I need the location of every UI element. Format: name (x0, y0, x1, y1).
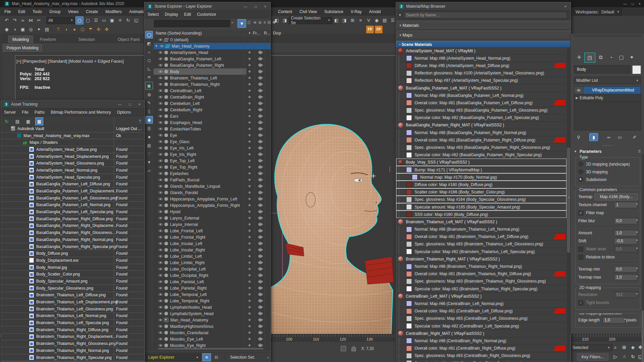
polygon-modeling-panel[interactable]: Polygon Modeling (3, 44, 42, 52)
renderable-teapot-icon[interactable] (258, 102, 262, 105)
renderable-teapot-icon[interactable] (258, 153, 262, 156)
clear-search-icon[interactable]: × (231, 20, 233, 25)
material-tree-row[interactable]: Brainstem_Thalamus_Left_MAT ( VRayFastSS… (396, 218, 567, 226)
asset-row[interactable]: BasalGanglia_Putamen_Left_Displacement.p… (1, 188, 144, 195)
asset-row[interactable]: ArterialSystem_Head_Displacement.png Fou… (1, 153, 144, 160)
scene-object-row[interactable]: Hyoid ✱ (154, 208, 270, 215)
asset-row[interactable]: BasalGanglia_Putamen_Left_Normal.png Fou… (1, 202, 144, 209)
display-filter-icon[interactable]: ▤ (146, 142, 153, 149)
zoom-icon[interactable]: ⌕ (612, 344, 619, 351)
show-end-result-icon[interactable]: ▮ (589, 133, 598, 141)
ribbon-tab-selection[interactable]: Selection (74, 36, 99, 43)
material-tree-row[interactable]: Specular color: Map #82 (Brainstem_Thala… (396, 285, 567, 293)
texmap-min-spinner[interactable]: 0,0 (614, 266, 637, 273)
display-filter-icon[interactable]: ◺ (146, 65, 153, 72)
freeze-icon[interactable]: ✱ (246, 63, 253, 67)
material-tree-row[interactable]: Normal: Map #66 (CentralBrain_Left_Norma… (396, 300, 567, 307)
material-tree-row[interactable]: Diffuse: Map #95 (ArterialSystem_Head_Di… (396, 62, 567, 69)
scene-object-row[interactable]: Lobe_Parietal_Right ✱ (154, 285, 270, 291)
material-tree-row[interactable]: Overall color: Map #81 (BasalGanglia_Put… (396, 136, 567, 144)
toolbar-icon[interactable]: ▢ (84, 17, 92, 24)
scene-toolbar-icon[interactable]: ⊜ (258, 20, 262, 25)
renderable-teapot-icon[interactable] (258, 147, 262, 149)
asset-row[interactable]: Body_Diffuse.png Found (1, 250, 144, 257)
material-tree-row[interactable]: Overall color: Map #81 (Brainstem_Thalam… (396, 233, 567, 241)
workspaces-dropdown[interactable]: Workspaces:Default▼ (573, 8, 622, 15)
freeze-icon[interactable]: ✱ (246, 261, 253, 264)
parameters-rollout-header[interactable]: ▼Parameters⠿ (574, 149, 641, 154)
toolbar-icon[interactable]: ◨ (281, 17, 288, 24)
menu-item[interactable]: Content (274, 7, 296, 16)
material-browser-titlebar[interactable]: 3 Material/Map Browser × (396, 2, 571, 11)
viewport-label[interactable]: [+] [Perspective] [Standard] [Model Assi… (16, 59, 124, 64)
material-tree-row[interactable]: Spec. glossiness: Map #83 (Brainstem_Tha… (396, 241, 567, 248)
fp-toolbar-button[interactable]: FP (375, 25, 383, 34)
toolbar-icon[interactable]: ▤ (43, 26, 51, 33)
scene-object-row[interactable]: Body ✱ (154, 68, 270, 75)
asset-row[interactable]: BasalGanglia_Putamen_Left_Glossiness.png… (1, 195, 144, 202)
freeze-icon[interactable]: ✱ (246, 51, 253, 54)
menu-item[interactable]: Paths (32, 109, 48, 116)
freeze-icon[interactable]: ✱ (246, 254, 253, 258)
renderable-teapot-icon[interactable] (258, 109, 262, 111)
material-tree-row[interactable]: Overall color: Map #81 (CentralBrain_Rig… (396, 345, 567, 352)
texmap-max-spinner[interactable]: 1,0 (614, 274, 637, 281)
menu-item[interactable]: Civil View (296, 7, 321, 16)
freeze-icon[interactable]: ✱ (246, 114, 253, 118)
asset-row[interactable]: Brainstem_Thalamus_Left_Diffuse.png Foun… (1, 292, 144, 299)
material-tree-row[interactable]: Reflection glossiness: Map #100 (Arteria… (396, 70, 567, 77)
asset-row[interactable]: Brainstem_Thalamus_Right_Specular.png Fo… (1, 354, 144, 361)
show-in-viewport-flag-icon[interactable] (553, 308, 565, 314)
freeze-icon[interactable]: ✱ (246, 108, 253, 112)
toolbar-icon[interactable]: ↶ (3, 17, 10, 24)
material-tree-row[interactable]: Spec. glossiness: Map #83 (BasalGanglia_… (396, 107, 567, 114)
material-tree-row[interactable]: Normal: Map #66 (BasalGanglia_Putamen_Le… (396, 92, 567, 99)
scene-object-row[interactable]: Muscles_Eye_Left ✱ (154, 336, 270, 342)
visibility-eye-icon[interactable] (158, 338, 163, 341)
toolbar-icon[interactable]: ∞ (19, 17, 26, 24)
freeze-icon[interactable]: ✱ (246, 89, 253, 93)
renderable-teapot-icon[interactable] (258, 255, 262, 258)
freeze-icon[interactable]: ✱ (246, 57, 253, 61)
display-filter-icon[interactable]: ≋ (146, 73, 153, 80)
visibility-eye-icon[interactable] (158, 76, 163, 79)
freeze-icon[interactable]: ✱ (246, 121, 253, 124)
material-tree-row[interactable]: Spec. glossiness: Map #164 (Body_Specula… (396, 196, 567, 203)
display-filter-icon[interactable]: ◯ (145, 31, 153, 39)
asset-row[interactable]: BasalGanglia_Putamen_Right_Specular.png … (1, 243, 144, 250)
freeze-icon[interactable]: ✱ (246, 229, 253, 233)
toolbar-icon[interactable]: ◎ (27, 26, 35, 33)
visibility-eye-icon[interactable] (158, 38, 163, 41)
toolbar-icon[interactable]: ◨ (341, 17, 348, 24)
material-tree-row[interactable]: SSS color: Map #160 (Body_Diffuse.png) (396, 211, 567, 218)
renderable-teapot-icon[interactable] (258, 134, 262, 137)
remove-modifier-icon[interactable]: ▭ (616, 133, 624, 141)
scene-object-row[interactable]: Larynx_External ✱ (154, 215, 270, 221)
visibility-eye-icon[interactable] (158, 280, 163, 283)
visibility-eye-icon[interactable] (158, 312, 163, 315)
scene-object-row[interactable]: Lobe_Temporal_Right ✱ (154, 298, 270, 304)
scene-object-row[interactable]: Lobe_Temporal_Left ✱ (154, 291, 270, 298)
renderable-teapot-icon[interactable] (258, 325, 262, 328)
renderable-teapot-icon[interactable] (258, 338, 262, 341)
layer-mode-icon[interactable]: ≋ (202, 353, 211, 361)
toolbar-icon[interactable]: ⋈ (27, 17, 35, 24)
asset-row[interactable]: Body_Specular_Glossiness.png Found (1, 285, 144, 292)
visibility-eye-icon[interactable] (158, 153, 163, 156)
edge-length-spinner[interactable]: 1,0 (602, 317, 626, 323)
renderable-teapot-icon[interactable] (258, 166, 262, 169)
selection-lock-icon[interactable] (352, 348, 356, 351)
ribbon-tab-freeform[interactable]: Freeform (36, 36, 60, 43)
visibility-eye-icon[interactable] (158, 255, 163, 258)
scene-object-row[interactable]: Lobe_Frontal_Right ✱ (154, 234, 270, 240)
renderable-teapot-icon[interactable] (258, 223, 262, 226)
toolbar-icon[interactable]: ◉ (373, 17, 380, 24)
freeze-icon[interactable]: ✱ (246, 242, 253, 245)
asset-tracking-titlebar[interactable]: 3 Asset Tracking — □ × (1, 100, 145, 109)
fp-toolbar-button[interactable]: FP (366, 25, 374, 34)
material-tree-row[interactable]: BasalGanglia_Putamen_Left_MAT ( VRayFast… (396, 84, 567, 92)
menu-item[interactable]: Group (46, 7, 64, 16)
ribbon-tab-modeling[interactable]: Modeling (8, 36, 33, 43)
renderable-teapot-icon[interactable] (258, 172, 262, 175)
filter-map-checkbox[interactable]: ✓Filter map (578, 209, 638, 217)
